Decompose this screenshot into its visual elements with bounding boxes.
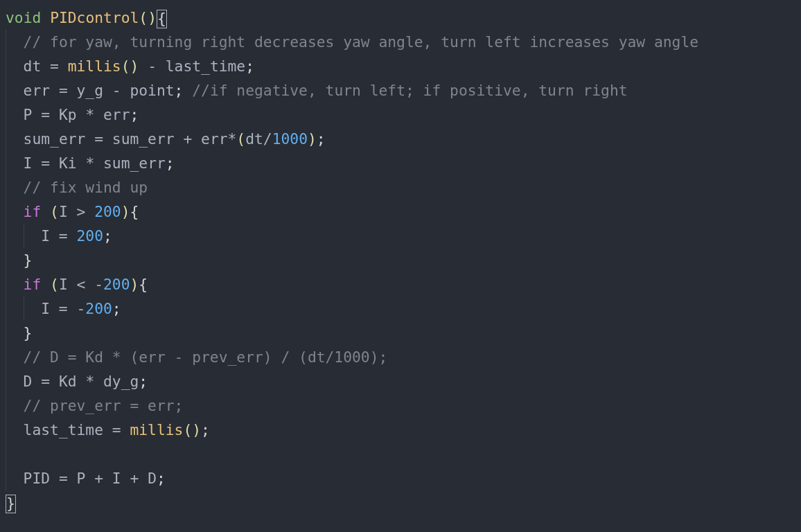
code-editor[interactable]: void PIDcontrol(){ // for yaw, turning r…: [0, 0, 801, 520]
code-token: }: [24, 324, 33, 342]
code-token: ;: [317, 130, 326, 148]
code-token: ): [308, 130, 317, 148]
code-line: if (I > 200){: [6, 203, 139, 220]
code-token: *: [85, 106, 94, 123]
code-token: {: [130, 203, 139, 220]
code-token: [41, 203, 50, 220]
code-token: last_time: [157, 57, 245, 75]
code-line: I = Ki * sum_err;: [6, 154, 175, 172]
code-token: point: [121, 82, 175, 99]
code-line: void PIDcontrol(){: [6, 9, 167, 26]
code-line: [6, 445, 24, 463]
code-line: }: [6, 494, 16, 511]
code-line: // prev_err = err;: [6, 397, 183, 414]
code-line: dt = millis() - last_time;: [6, 57, 254, 75]
code-token: last_time: [24, 421, 112, 438]
code-token: =: [59, 82, 68, 99]
code-token: =: [41, 106, 50, 123]
code-token: ;: [245, 57, 254, 75]
code-token: <: [77, 276, 86, 293]
code-token: I: [41, 227, 59, 245]
code-token: I: [59, 276, 77, 293]
code-token: [183, 82, 192, 99]
code-line: P = Kp * err;: [6, 106, 139, 123]
code-token: {: [157, 10, 167, 28]
code-token: millis: [130, 421, 183, 438]
code-token: // fix wind up: [24, 179, 148, 196]
code-token: =: [41, 154, 50, 172]
code-token: +: [183, 130, 192, 148]
code-token: *: [85, 373, 94, 390]
code-token: sum_err: [94, 154, 166, 172]
code-token: ;: [103, 227, 112, 245]
code-token: =: [59, 300, 68, 317]
code-token: (): [183, 421, 201, 438]
code-token: =: [41, 373, 50, 390]
code-token: ;: [201, 421, 210, 438]
code-token: ;: [166, 154, 175, 172]
code-token: err: [94, 106, 130, 123]
code-token: =: [50, 57, 59, 75]
code-token: 200: [94, 203, 121, 220]
code-token: (): [121, 57, 139, 75]
code-token: // D = Kd * (err - prev_err) / (dt/1000)…: [24, 348, 388, 366]
code-token: ;: [112, 300, 121, 317]
code-token: (: [50, 203, 59, 220]
code-token: dy_g: [94, 373, 139, 390]
code-token: ;: [130, 106, 139, 123]
code-token: -: [77, 300, 86, 317]
code-token: //if negative, turn left; if positive, t…: [192, 82, 627, 99]
code-token: }: [24, 251, 33, 269]
code-token: [121, 421, 130, 438]
code-token: [41, 9, 50, 26]
code-line: I = 200;: [6, 227, 112, 245]
code-token: // prev_err = err;: [24, 397, 184, 414]
code-token: 200: [77, 227, 103, 245]
code-token: (: [50, 276, 59, 293]
code-line: D = Kd * dy_g;: [6, 373, 148, 390]
code-token: void: [6, 9, 41, 26]
code-token: (: [236, 130, 245, 148]
code-token: 200: [103, 276, 130, 293]
code-token: 200: [85, 300, 112, 317]
code-token: =: [59, 227, 68, 245]
code-line: PID = P + I + D;: [6, 470, 166, 487]
code-line: // for yaw, turning right decreases yaw …: [6, 33, 698, 51]
code-token: =: [112, 421, 121, 438]
code-line: }: [6, 324, 32, 342]
code-token: [139, 57, 148, 75]
code-token: I: [59, 203, 77, 220]
code-token: >: [77, 203, 86, 220]
code-token: err: [24, 82, 59, 99]
code-token: ): [121, 203, 130, 220]
code-token: [68, 300, 77, 317]
code-line: }: [6, 251, 32, 269]
code-token: PID: [24, 470, 59, 487]
code-token: ;: [175, 82, 184, 99]
code-token: *: [228, 130, 237, 148]
code-token: // for yaw, turning right decreases yaw …: [24, 33, 698, 51]
code-token: if: [24, 276, 42, 293]
code-token: [85, 203, 94, 220]
code-token: I: [24, 154, 42, 172]
code-line: sum_err = sum_err + err*(dt/1000);: [6, 130, 326, 148]
code-token: -: [94, 276, 103, 293]
code-token: -: [112, 82, 121, 99]
code-token: {: [139, 276, 148, 293]
code-token: }: [6, 495, 16, 513]
code-token: sum_err: [103, 130, 183, 148]
code-token: (): [139, 9, 157, 26]
code-token: Kp: [50, 106, 85, 123]
code-token: I: [103, 470, 130, 487]
code-token: ;: [157, 470, 166, 487]
code-line: I = -200;: [6, 300, 121, 317]
code-token: ): [130, 276, 139, 293]
code-token: /: [263, 130, 272, 148]
code-token: err: [192, 130, 227, 148]
code-token: [68, 227, 77, 245]
code-token: =: [94, 130, 103, 148]
code-token: I: [41, 300, 59, 317]
code-token: +: [94, 470, 103, 487]
code-token: dt: [24, 57, 50, 75]
code-token: [41, 276, 50, 293]
